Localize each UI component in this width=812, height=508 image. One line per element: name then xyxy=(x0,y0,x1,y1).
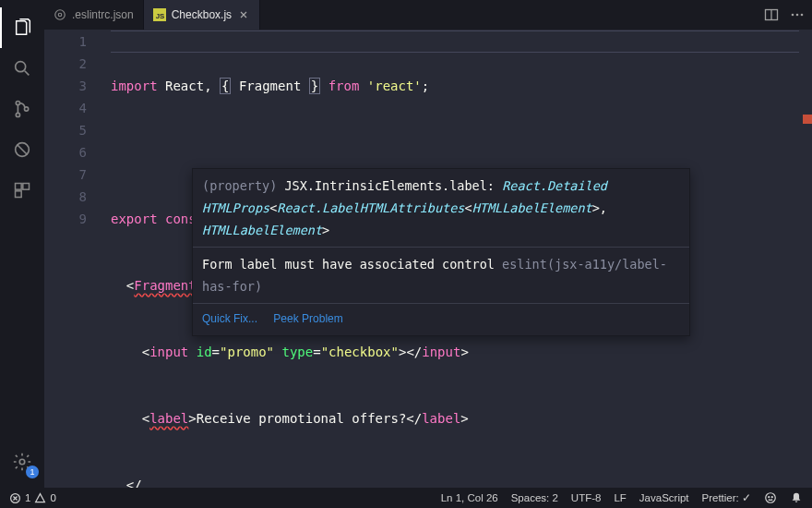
settings-file-icon xyxy=(54,8,66,21)
search-icon[interactable] xyxy=(0,48,44,89)
svg-rect-7 xyxy=(16,191,22,198)
svg-rect-6 xyxy=(23,184,30,190)
split-editor-icon[interactable] xyxy=(764,7,779,22)
settings-badge: 1 xyxy=(26,466,39,478)
tab-label: .eslintrc.json xyxy=(72,8,134,21)
status-prettier[interactable]: Prettier: ✓ xyxy=(702,491,751,504)
extensions-icon[interactable] xyxy=(0,170,44,211)
hover-message: Form label must have associated control … xyxy=(193,247,689,303)
svg-point-19 xyxy=(769,497,770,498)
status-problems[interactable]: 1 0 xyxy=(9,492,56,504)
peek-problem-link[interactable]: Peek Problem xyxy=(273,312,342,325)
tab-checkbox[interactable]: JS Checkbox.js xyxy=(144,0,260,30)
tab-eslintrc[interactable]: .eslintrc.json xyxy=(44,0,144,30)
svg-point-10 xyxy=(55,10,66,20)
close-icon[interactable] xyxy=(237,8,250,21)
status-indent[interactable]: Spaces: 2 xyxy=(511,492,558,503)
svg-point-1 xyxy=(16,101,19,104)
source-control-icon[interactable] xyxy=(0,89,44,129)
explorer-icon[interactable] xyxy=(0,7,44,48)
svg-point-18 xyxy=(766,493,776,503)
hover-signature: (property) JSX.IntrinsicElements.label: … xyxy=(193,169,689,247)
debug-icon[interactable] xyxy=(0,129,44,170)
code-editor[interactable]: 1 2 3 4 5 6 7 8 9 import React, { Fragme… xyxy=(44,30,812,488)
minimap-error-marker[interactable] xyxy=(803,115,812,124)
activity-bar: 1 xyxy=(0,0,44,488)
editor-tabs: .eslintrc.json JS Checkbox.js xyxy=(44,0,812,30)
status-encoding[interactable]: UTF-8 xyxy=(571,492,602,503)
hover-tooltip: (property) JSX.IntrinsicElements.label: … xyxy=(192,168,690,336)
svg-point-16 xyxy=(801,14,804,17)
more-icon[interactable] xyxy=(790,7,805,22)
settings-gear-icon[interactable] xyxy=(0,441,44,482)
svg-point-20 xyxy=(771,497,772,498)
status-bar: 1 0 Ln 1, Col 26 Spaces: 2 UTF-8 LF Java… xyxy=(0,488,812,508)
js-file-icon: JS xyxy=(153,8,166,21)
bell-icon[interactable] xyxy=(790,491,803,504)
tab-actions xyxy=(764,0,812,30)
line-number-gutter: 1 2 3 4 5 6 7 8 9 xyxy=(44,30,103,488)
svg-point-0 xyxy=(16,62,26,72)
tab-label: Checkbox.js xyxy=(172,8,232,21)
status-eol[interactable]: LF xyxy=(614,492,626,503)
hover-actions: Quick Fix... Peek Problem xyxy=(193,303,689,335)
quick-fix-link[interactable]: Quick Fix... xyxy=(202,312,257,325)
svg-point-3 xyxy=(24,107,28,111)
svg-text:JS: JS xyxy=(155,12,164,20)
minimap[interactable] xyxy=(799,30,812,488)
status-cursor[interactable]: Ln 1, Col 26 xyxy=(441,492,498,503)
svg-point-2 xyxy=(16,113,19,116)
svg-point-15 xyxy=(796,14,799,17)
svg-rect-5 xyxy=(16,184,22,190)
svg-point-8 xyxy=(19,459,25,465)
feedback-icon[interactable] xyxy=(764,491,777,504)
status-language[interactable]: JavaScript xyxy=(639,492,689,503)
svg-point-14 xyxy=(792,14,794,17)
svg-point-9 xyxy=(58,13,62,17)
